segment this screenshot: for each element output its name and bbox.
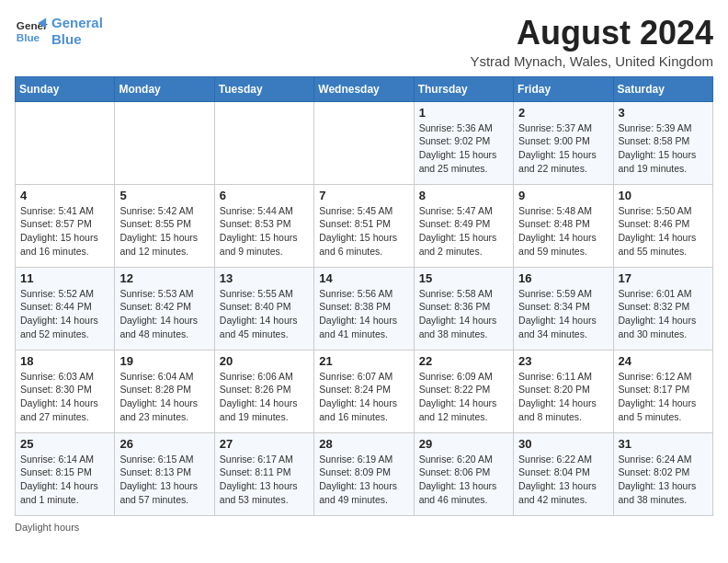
day-number: 18 bbox=[20, 354, 109, 368]
day-number: 17 bbox=[619, 271, 708, 285]
day-info: Sunrise: 6:01 AM Sunset: 8:32 PM Dayligh… bbox=[619, 287, 708, 341]
day-number: 11 bbox=[20, 271, 109, 285]
day-number: 25 bbox=[20, 437, 109, 451]
day-info: Sunrise: 5:58 AM Sunset: 8:36 PM Dayligh… bbox=[419, 287, 508, 341]
day-info: Sunrise: 6:24 AM Sunset: 8:02 PM Dayligh… bbox=[619, 453, 708, 507]
day-number: 5 bbox=[119, 189, 209, 202]
calendar-table: SundayMondayTuesdayWednesdayThursdayFrid… bbox=[15, 76, 713, 516]
day-number: 26 bbox=[119, 437, 209, 451]
calendar-cell: 23Sunrise: 6:11 AM Sunset: 8:20 PM Dayli… bbox=[514, 350, 613, 432]
day-info: Sunrise: 6:12 AM Sunset: 8:17 PM Dayligh… bbox=[619, 370, 708, 424]
calendar-cell: 1Sunrise: 5:36 AM Sunset: 9:02 PM Daylig… bbox=[414, 101, 513, 184]
day-info: Sunrise: 5:55 AM Sunset: 8:40 PM Dayligh… bbox=[220, 287, 309, 341]
title-block: August 2024 Ystrad Mynach, Wales, United… bbox=[470, 15, 713, 69]
day-info: Sunrise: 5:50 AM Sunset: 8:46 PM Dayligh… bbox=[619, 204, 708, 259]
calendar-cell: 28Sunrise: 6:19 AM Sunset: 8:09 PM Dayli… bbox=[314, 432, 414, 515]
svg-text:Blue: Blue bbox=[17, 31, 40, 43]
day-number: 7 bbox=[319, 189, 408, 202]
calendar-cell: 11Sunrise: 5:52 AM Sunset: 8:44 PM Dayli… bbox=[16, 267, 115, 350]
day-info: Sunrise: 5:47 AM Sunset: 8:49 PM Dayligh… bbox=[419, 204, 508, 259]
day-number: 16 bbox=[518, 271, 608, 285]
page-header: General Blue General Blue August 2024 Ys… bbox=[15, 15, 713, 69]
day-number: 24 bbox=[619, 354, 708, 368]
calendar-header-row: SundayMondayTuesdayWednesdayThursdayFrid… bbox=[16, 76, 713, 101]
day-info: Sunrise: 5:39 AM Sunset: 8:58 PM Dayligh… bbox=[619, 121, 708, 176]
day-number: 29 bbox=[419, 437, 508, 451]
calendar-week-2: 4Sunrise: 5:41 AM Sunset: 8:57 PM Daylig… bbox=[16, 184, 713, 267]
calendar-cell: 21Sunrise: 6:07 AM Sunset: 8:24 PM Dayli… bbox=[314, 350, 414, 432]
calendar-cell: 24Sunrise: 6:12 AM Sunset: 8:17 PM Dayli… bbox=[613, 350, 712, 432]
calendar-cell: 4Sunrise: 5:41 AM Sunset: 8:57 PM Daylig… bbox=[16, 184, 115, 267]
calendar-week-5: 25Sunrise: 6:14 AM Sunset: 8:15 PM Dayli… bbox=[16, 432, 713, 515]
day-number: 30 bbox=[518, 437, 608, 451]
calendar-cell: 31Sunrise: 6:24 AM Sunset: 8:02 PM Dayli… bbox=[613, 432, 712, 515]
day-number: 27 bbox=[220, 437, 309, 451]
day-number: 20 bbox=[220, 354, 309, 368]
day-info: Sunrise: 5:59 AM Sunset: 8:34 PM Dayligh… bbox=[518, 287, 608, 341]
day-number: 9 bbox=[518, 189, 608, 202]
calendar-cell: 5Sunrise: 5:42 AM Sunset: 8:55 PM Daylig… bbox=[115, 184, 214, 267]
day-info: Sunrise: 5:45 AM Sunset: 8:51 PM Dayligh… bbox=[319, 204, 408, 259]
day-number: 14 bbox=[319, 271, 408, 285]
calendar-cell bbox=[314, 101, 414, 184]
calendar-week-3: 11Sunrise: 5:52 AM Sunset: 8:44 PM Dayli… bbox=[16, 267, 713, 350]
day-info: Sunrise: 5:36 AM Sunset: 9:02 PM Dayligh… bbox=[419, 121, 508, 176]
day-info: Sunrise: 6:09 AM Sunset: 8:22 PM Dayligh… bbox=[419, 370, 508, 424]
day-info: Sunrise: 5:44 AM Sunset: 8:53 PM Dayligh… bbox=[220, 204, 309, 259]
day-info: Sunrise: 6:19 AM Sunset: 8:09 PM Dayligh… bbox=[319, 453, 408, 507]
day-number: 2 bbox=[518, 106, 608, 120]
calendar-cell: 25Sunrise: 6:14 AM Sunset: 8:15 PM Dayli… bbox=[16, 432, 115, 515]
day-number: 22 bbox=[419, 354, 508, 368]
calendar-cell: 10Sunrise: 5:50 AM Sunset: 8:46 PM Dayli… bbox=[613, 184, 712, 267]
day-number: 21 bbox=[319, 354, 408, 368]
day-number: 15 bbox=[419, 271, 508, 285]
col-header-monday: Monday bbox=[115, 76, 214, 101]
logo-line2: Blue bbox=[51, 31, 82, 47]
day-number: 6 bbox=[220, 189, 309, 202]
day-number: 23 bbox=[518, 354, 608, 368]
calendar-cell: 29Sunrise: 6:20 AM Sunset: 8:06 PM Dayli… bbox=[414, 432, 513, 515]
logo-line1: General bbox=[51, 15, 103, 30]
day-number: 1 bbox=[419, 106, 508, 120]
calendar-cell bbox=[16, 101, 115, 184]
calendar-cell: 7Sunrise: 5:45 AM Sunset: 8:51 PM Daylig… bbox=[314, 184, 414, 267]
calendar-cell: 17Sunrise: 6:01 AM Sunset: 8:32 PM Dayli… bbox=[613, 267, 712, 350]
day-info: Sunrise: 6:06 AM Sunset: 8:26 PM Dayligh… bbox=[220, 370, 309, 424]
calendar-week-4: 18Sunrise: 6:03 AM Sunset: 8:30 PM Dayli… bbox=[16, 350, 713, 432]
calendar-cell bbox=[214, 101, 313, 184]
col-header-thursday: Thursday bbox=[414, 76, 513, 101]
day-number: 19 bbox=[119, 354, 209, 368]
calendar-cell: 26Sunrise: 6:15 AM Sunset: 8:13 PM Dayli… bbox=[115, 432, 214, 515]
day-number: 3 bbox=[619, 106, 708, 120]
day-info: Sunrise: 5:52 AM Sunset: 8:44 PM Dayligh… bbox=[20, 287, 109, 341]
calendar-cell: 16Sunrise: 5:59 AM Sunset: 8:34 PM Dayli… bbox=[514, 267, 613, 350]
day-number: 31 bbox=[619, 437, 708, 451]
logo-icon: General Blue bbox=[15, 15, 48, 48]
logo-text: General Blue bbox=[51, 15, 103, 48]
calendar-cell: 30Sunrise: 6:22 AM Sunset: 8:04 PM Dayli… bbox=[514, 432, 613, 515]
calendar-cell: 27Sunrise: 6:17 AM Sunset: 8:11 PM Dayli… bbox=[214, 432, 313, 515]
day-info: Sunrise: 5:48 AM Sunset: 8:48 PM Dayligh… bbox=[518, 204, 608, 259]
calendar-cell: 18Sunrise: 6:03 AM Sunset: 8:30 PM Dayli… bbox=[16, 350, 115, 432]
calendar-cell: 13Sunrise: 5:55 AM Sunset: 8:40 PM Dayli… bbox=[214, 267, 313, 350]
logo: General Blue General Blue bbox=[15, 15, 103, 48]
calendar-cell: 8Sunrise: 5:47 AM Sunset: 8:49 PM Daylig… bbox=[414, 184, 513, 267]
calendar-cell: 14Sunrise: 5:56 AM Sunset: 8:38 PM Dayli… bbox=[314, 267, 414, 350]
day-info: Sunrise: 6:03 AM Sunset: 8:30 PM Dayligh… bbox=[20, 370, 109, 424]
day-number: 28 bbox=[319, 437, 408, 451]
day-info: Sunrise: 6:04 AM Sunset: 8:28 PM Dayligh… bbox=[119, 370, 209, 424]
day-number: 8 bbox=[419, 189, 508, 202]
footer-note: Daylight hours bbox=[15, 522, 713, 533]
day-info: Sunrise: 5:56 AM Sunset: 8:38 PM Dayligh… bbox=[319, 287, 408, 341]
day-info: Sunrise: 5:42 AM Sunset: 8:55 PM Dayligh… bbox=[119, 204, 209, 259]
calendar-cell: 3Sunrise: 5:39 AM Sunset: 8:58 PM Daylig… bbox=[613, 101, 712, 184]
calendar-cell: 15Sunrise: 5:58 AM Sunset: 8:36 PM Dayli… bbox=[414, 267, 513, 350]
day-number: 13 bbox=[220, 271, 309, 285]
day-number: 4 bbox=[20, 189, 109, 202]
day-info: Sunrise: 6:14 AM Sunset: 8:15 PM Dayligh… bbox=[20, 453, 109, 507]
day-info: Sunrise: 6:11 AM Sunset: 8:20 PM Dayligh… bbox=[518, 370, 608, 424]
col-header-friday: Friday bbox=[514, 76, 613, 101]
col-header-sunday: Sunday bbox=[16, 76, 115, 101]
day-number: 10 bbox=[619, 189, 708, 202]
calendar-cell bbox=[115, 101, 214, 184]
